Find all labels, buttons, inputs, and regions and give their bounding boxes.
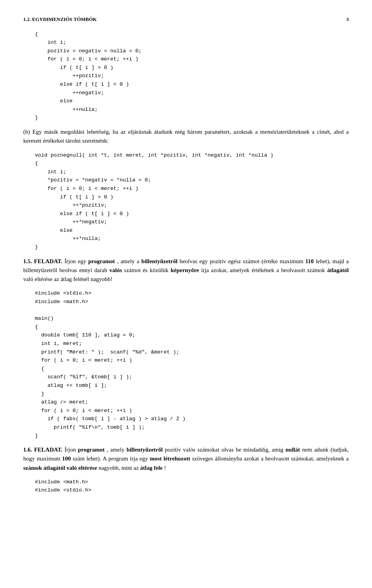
code-line: void poznegnull( int *t, int meret, int …	[35, 152, 274, 250]
section-16-intro: Írjon	[65, 447, 78, 453]
section-15-t4: számot és közülük	[124, 267, 170, 273]
section-16-label: 1.6. FELADAT.	[23, 447, 62, 453]
code-line: #include <stdio.h> #include <math.h> mai…	[35, 290, 186, 438]
para-b-text: (b) Egy másik megoldási lehetőség, ha az…	[23, 129, 349, 144]
page-number: 3	[346, 16, 349, 23]
section-16-t6: nagyobb, mint az	[98, 465, 140, 471]
section-16-t1: , amely	[107, 447, 126, 453]
section-16-bold3: nullát	[286, 447, 300, 453]
section-16-text: 1.6. FELADAT. Írjon programot , amely bi…	[23, 445, 349, 472]
section-16-bold1: programot	[78, 447, 105, 453]
section-15-text: 1.5. FELADAT. Írjon egy programot , amel…	[23, 257, 349, 284]
section-15-bold2: billentyűzetről	[141, 258, 177, 264]
code-line: #include <math.h> #include <stdio.h>	[35, 479, 91, 493]
section-15-t6: való eltérése az átlag felénél nagyobb!	[23, 276, 112, 282]
section-15-bold1: programot	[88, 258, 115, 264]
section-16-bold2: billentyűzetről	[127, 447, 163, 453]
section-16-bold4: 100	[62, 455, 71, 462]
chapter-title: 1.2. EGYDIMENZIÓS TÖMBÖK	[23, 16, 97, 23]
section-16-t5: szöveges állományba azokat a beolvasott …	[192, 455, 349, 462]
paragraph-b: (b) Egy másik megoldási lehetőség, ha az…	[23, 128, 349, 146]
section-15-bold3: 110	[305, 258, 314, 264]
code-line: { int i; pozitiv = negativ = nulla = 0; …	[35, 31, 141, 121]
code-block-1: { int i; pozitiv = negativ = nulla = 0; …	[35, 30, 349, 122]
section-16-bold7: átlag fele	[140, 465, 163, 471]
section-16-bold5: most létrehozott	[150, 455, 190, 462]
page-header: 1.2. EGYDIMENZIÓS TÖMBÖK 3	[23, 16, 349, 23]
section-15-t1: , amely a	[117, 258, 141, 264]
code-block-4: #include <math.h> #include <stdio.h>	[35, 478, 349, 495]
section-15-bold4: valós	[109, 267, 122, 273]
section-15-t2: beolvas egy pozitív egész számot (értéke…	[179, 258, 305, 264]
code-block-3: #include <stdio.h> #include <math.h> mai…	[35, 289, 349, 440]
section-16-bold6: számok átlagától való eltérése	[23, 465, 97, 471]
section-15-t5: írja azokat, amelyek értékének a beolvas…	[201, 267, 327, 273]
section-16-end: !	[164, 465, 166, 471]
section-15-bold6: átlagától	[327, 267, 349, 273]
section-15-label: 1.5. FELADAT.	[23, 258, 62, 264]
section-16-t4: szám lehet). A program írja egy	[73, 455, 150, 462]
code-block-2: void poznegnull( int *t, int meret, int …	[35, 151, 349, 252]
section-15-bold5: képernyőre	[170, 267, 199, 273]
section-16-t2: pozitív valós számokat olvas be mindaddi…	[165, 447, 285, 453]
section-15-intro: Írjon egy	[64, 258, 88, 264]
